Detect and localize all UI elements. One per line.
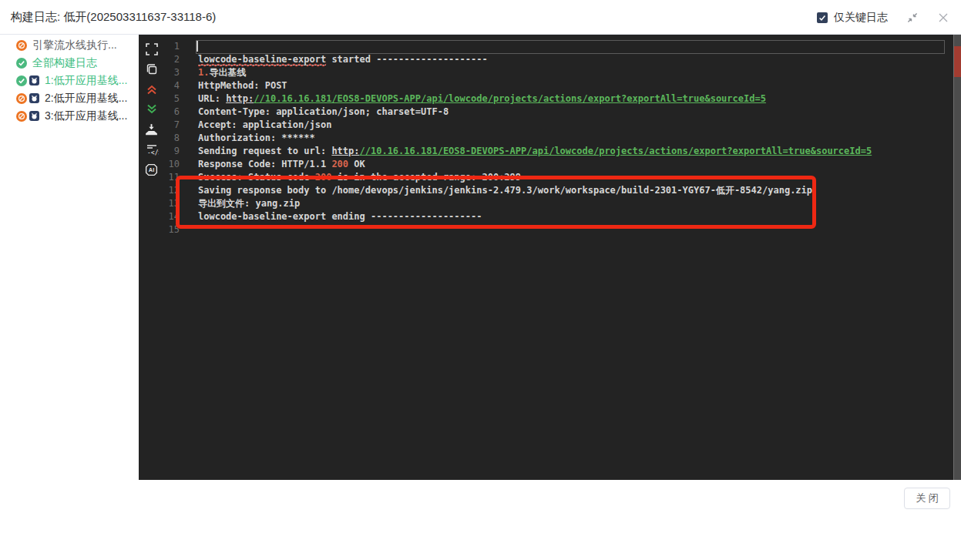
log-line: 14lowcode-baseline-export ending -------… [164, 210, 953, 223]
dialog-header: 构建日志: 低开(202503311637-33118-6) 仅关键日志 [0, 0, 961, 35]
success-icon [16, 75, 27, 86]
app-badge-icon [29, 75, 39, 86]
sidebar-steps: 引擎流水线执行...全部构建日志1:低开应用基线...2:低开应用基线...3:… [0, 35, 139, 480]
dialog-body: 引擎流水线执行...全部构建日志1:低开应用基线...2:低开应用基线...3:… [0, 35, 961, 480]
line-text: lowcode-baseline-export started --------… [198, 53, 488, 66]
line-number: 4 [164, 79, 180, 92]
line-text: Content-Type: application/json; charset=… [198, 106, 449, 119]
line-number: 2 [164, 53, 180, 66]
editor-scrollbar[interactable] [953, 35, 961, 480]
scroll-top-icon[interactable] [139, 79, 164, 99]
line-text: Sending request to url: http://10.16.16.… [198, 145, 872, 158]
line-number: 15 [164, 223, 180, 236]
line-text: Saving response body to /home/devops/jen… [198, 184, 812, 197]
app-badge-icon [29, 93, 39, 103]
cancelled-icon [16, 111, 27, 122]
log-line: 7Accept: application/json [164, 119, 953, 132]
download-icon[interactable] [139, 119, 164, 139]
log-line: 8Authorization: ****** [164, 132, 953, 145]
line-number: 9 [164, 145, 180, 158]
ai-icon[interactable]: AI [139, 159, 164, 179]
log-line: 4HttpMethod: POST [164, 79, 953, 92]
sidebar-item-selected[interactable]: 全部构建日志 [0, 54, 139, 72]
svg-text:AI: AI [149, 166, 154, 173]
sidebar-item[interactable]: 2:低开应用基线... [0, 89, 139, 107]
sidebar-item-label: 2:低开应用基线... [45, 92, 127, 106]
sidebar-item-label: 3:低开应用基线... [45, 109, 127, 123]
close-icon[interactable] [937, 12, 949, 24]
sidebar-item[interactable]: 1:低开应用基线... [0, 72, 139, 89]
cancelled-icon [16, 93, 27, 104]
log-lines: 12lowcode-baseline-export started ------… [164, 35, 953, 236]
line-number: 3 [164, 66, 180, 79]
log-line: 13导出到文件: yang.zip [164, 197, 953, 210]
dialog-footer: 关 闭 [0, 480, 961, 559]
line-number: 6 [164, 106, 180, 119]
check-icon [818, 13, 827, 22]
line-number: 11 [164, 171, 180, 184]
line-number: 12 [164, 184, 180, 197]
line-number: 14 [164, 210, 180, 223]
log-line: 6Content-Type: application/json; charset… [164, 106, 953, 119]
log-line: 9Sending request to url: http://10.16.16… [164, 145, 953, 158]
log-line: 11Success: Status code 200 is in the acc… [164, 171, 953, 184]
app-badge-icon [29, 111, 39, 121]
log-line: 15 [164, 223, 953, 236]
log-line: 2lowcode-baseline-export started -------… [164, 53, 953, 66]
svg-text:-</>: -</> [147, 149, 159, 156]
line-text: Authorization: ****** [198, 132, 315, 145]
log-url-link[interactable]: //10.16.16.181/EOS8-DEVOPS-APP/api/lowco… [254, 93, 766, 104]
log-line: 31.导出基线 [164, 66, 953, 79]
compress-icon[interactable] [906, 12, 919, 24]
line-text: Accept: application/json [198, 119, 331, 132]
log-line: 12Saving response body to /home/devops/j… [164, 184, 953, 197]
sidebar-item-label: 1:低开应用基线... [45, 74, 127, 88]
raw-log-icon[interactable]: -</> [139, 139, 164, 159]
line-number: 5 [164, 92, 180, 106]
line-text: Response Code: HTTP/1.1 200 OK [198, 158, 365, 171]
key-log-label[interactable]: 仅关键日志 [834, 11, 888, 25]
sidebar-item-label: 引擎流水线执行... [32, 39, 117, 52]
line-number: 13 [164, 197, 180, 210]
line-number: 1 [164, 40, 180, 53]
log-url-link[interactable]: //10.16.16.181/EOS8-DEVOPS-APP/api/lowco… [360, 146, 872, 156]
line-number: 7 [164, 119, 180, 132]
line-text: HttpMethod: POST [198, 79, 287, 92]
fullscreen-icon[interactable] [139, 39, 164, 59]
line-number: 10 [164, 158, 180, 171]
log-toolbar: -</> AI [139, 39, 164, 179]
line-text: 1.导出基线 [198, 66, 246, 79]
log-line: 1 [164, 40, 953, 53]
copy-icon[interactable] [139, 59, 164, 79]
close-button[interactable]: 关 闭 [904, 488, 950, 509]
sidebar-item-label: 全部构建日志 [32, 56, 97, 70]
scrollbar-red-marker [954, 46, 961, 77]
scroll-bottom-icon[interactable] [139, 99, 164, 119]
cancelled-icon [16, 40, 27, 51]
log-editor: -</> AI 12lowcode-baseline-export starte… [139, 35, 961, 480]
sidebar-item[interactable]: 3:低开应用基线... [0, 107, 139, 125]
key-log-checkbox[interactable] [817, 12, 828, 23]
success-icon [16, 58, 27, 69]
line-text: URL: http://10.16.16.181/EOS8-DEVOPS-APP… [198, 92, 766, 106]
sidebar-item[interactable]: 引擎流水线执行... [0, 36, 139, 54]
header-controls: 仅关键日志 [817, 0, 949, 35]
line-number: 8 [164, 132, 180, 145]
log-line: 10Response Code: HTTP/1.1 200 OK [164, 158, 953, 171]
line-text: Success: Status code 200 is in the accep… [198, 171, 521, 184]
log-line: 5URL: http://10.16.16.181/EOS8-DEVOPS-AP… [164, 92, 953, 106]
line-text: 导出到文件: yang.zip [198, 197, 300, 210]
line-text: lowcode-baseline-export ending ---------… [198, 210, 482, 223]
page-title: 构建日志: 低开(202503311637-33118-6) [11, 10, 216, 25]
